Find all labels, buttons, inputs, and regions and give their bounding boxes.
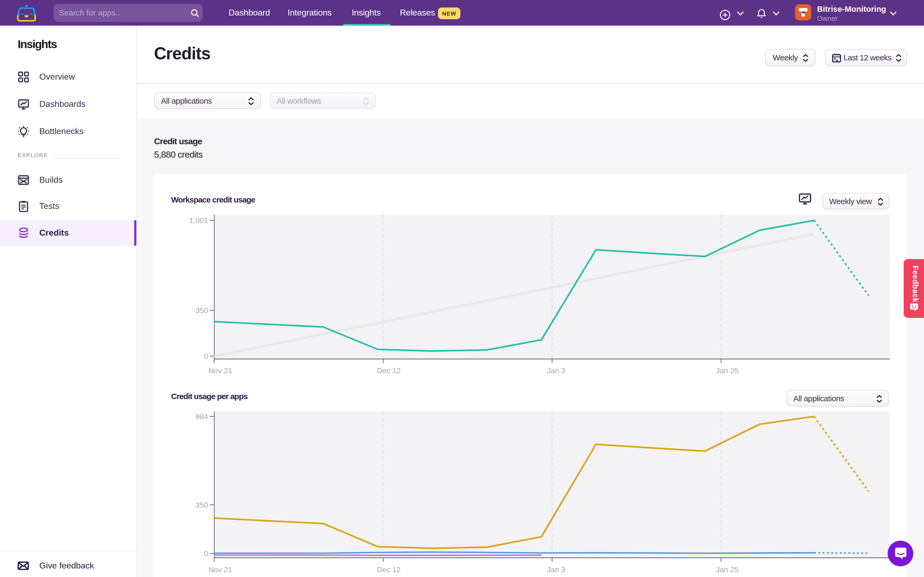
svg-text:350: 350 [195, 501, 208, 509]
svg-text:Jan 3: Jan 3 [547, 566, 565, 574]
svg-text:984: 984 [195, 413, 208, 421]
svg-text:0: 0 [204, 352, 208, 360]
svg-text:Dec 12: Dec 12 [377, 366, 401, 375]
svg-text:Jan 25: Jan 25 [716, 366, 738, 375]
svg-text:Nov 21: Nov 21 [208, 566, 233, 574]
svg-text:Dec 12: Dec 12 [377, 566, 401, 574]
svg-text:Jan 3: Jan 3 [547, 366, 565, 375]
svg-text:350: 350 [195, 306, 208, 315]
svg-text:1,001: 1,001 [189, 216, 208, 225]
svg-text:Jan 25: Jan 25 [716, 566, 738, 574]
svg-text:Nov 21: Nov 21 [208, 366, 233, 375]
svg-text:0: 0 [204, 550, 208, 558]
